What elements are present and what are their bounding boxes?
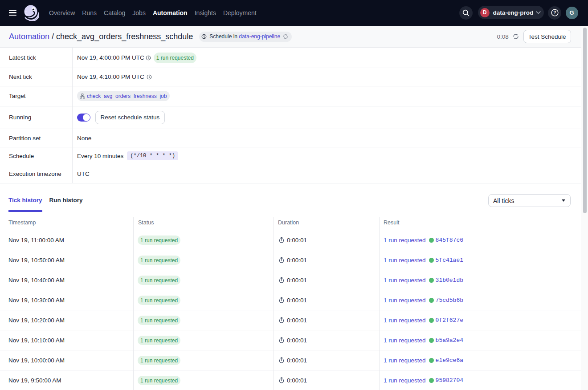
svg-text:?: ? xyxy=(553,10,556,15)
